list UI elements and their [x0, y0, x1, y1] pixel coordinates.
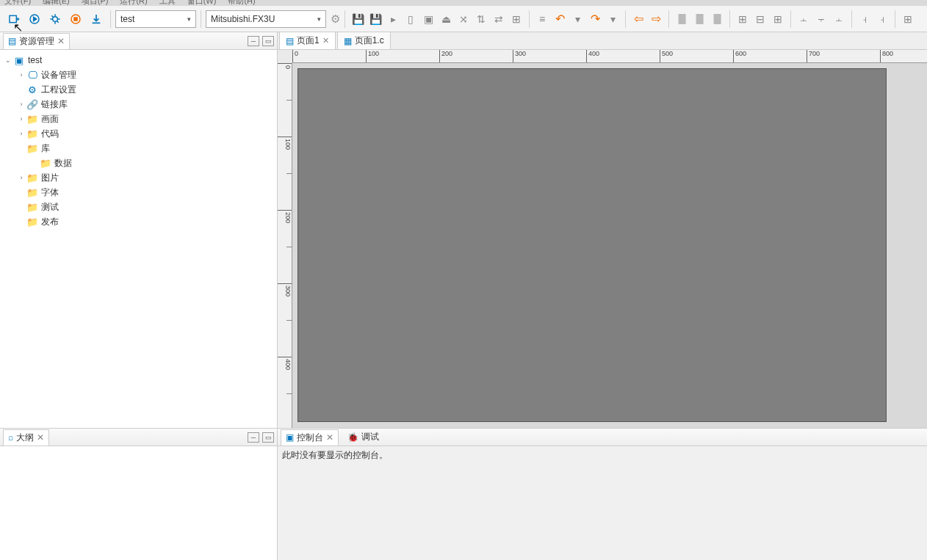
close-icon[interactable]: ✕	[57, 36, 65, 46]
tree-item[interactable]: ›🔗链接库	[0, 97, 277, 112]
halign-b-button[interactable]: ⫞	[874, 11, 890, 27]
layout-a-button[interactable]: 🀫	[674, 11, 690, 27]
redo-drop-button[interactable]: ▾	[605, 11, 621, 27]
debug-tab[interactable]: 🐞 调试	[342, 429, 385, 446]
halign-a-button[interactable]: ⫞	[856, 11, 873, 27]
tool-a-button[interactable]: ⤨	[455, 11, 472, 27]
menu-edit[interactable]: 编辑(E)	[43, 0, 70, 6]
tree-item[interactable]: 📁库	[0, 141, 277, 156]
forward-button[interactable]: ⇨	[648, 11, 664, 27]
pause-button[interactable]: ▯	[403, 11, 419, 27]
menu-run[interactable]: 运行(R)	[120, 0, 147, 6]
gear-b-icon: ⚙	[26, 84, 38, 95]
outline-body	[0, 446, 277, 560]
twisty-icon[interactable]: ›	[16, 115, 26, 123]
tool-d-button[interactable]: ⊞	[508, 11, 524, 27]
layout-b-button[interactable]: 🀫	[691, 11, 707, 27]
dist-b-button[interactable]: ⊟	[752, 11, 768, 27]
folder-o-icon: 📁	[26, 142, 38, 154]
ruler-mark: 0	[292, 50, 298, 62]
folder-o-icon: 📁	[26, 128, 38, 139]
minimize-icon[interactable]: ─	[248, 36, 259, 46]
tree-item-label: 链接库	[41, 98, 68, 111]
run-button[interactable]	[25, 10, 44, 29]
twisty-icon[interactable]: ›	[16, 71, 26, 79]
new-button[interactable]	[4, 10, 24, 29]
ruler-mark: 100	[366, 50, 379, 62]
gear-icon[interactable]: ⚙	[331, 12, 340, 26]
resource-tab[interactable]: ▤ 资源管理 ✕	[3, 33, 70, 49]
back-button[interactable]: ⇦	[630, 11, 646, 27]
outline-pane-header: ꤀ 大纲 ✕ ─ ▭	[0, 429, 277, 446]
tool-c-button[interactable]: ⇄	[491, 11, 507, 27]
design-surface[interactable]	[292, 63, 927, 428]
stop-button[interactable]	[66, 10, 85, 29]
menu-window[interactable]: 窗口(W)	[187, 0, 217, 6]
tab-page1[interactable]: ▤ 页面1 ✕	[279, 32, 336, 49]
tree-item[interactable]: ›🖵设备管理	[0, 68, 277, 82]
redo-button[interactable]: ↷	[587, 11, 603, 27]
svg-rect-0	[10, 15, 16, 22]
maximize-icon[interactable]: ▭	[262, 36, 274, 46]
svg-rect-13	[74, 18, 77, 21]
outline-tab-label: 大纲	[16, 432, 34, 444]
tree-item[interactable]: ›📁画面	[0, 112, 277, 126]
close-icon[interactable]: ✕	[322, 36, 329, 46]
perspective-button[interactable]: ⊞	[900, 11, 916, 27]
twisty-icon[interactable]: ›	[16, 101, 26, 108]
maximize-icon[interactable]: ▭	[262, 432, 274, 443]
tree-item[interactable]: 📁数据	[0, 156, 277, 170]
undo-button[interactable]: ↶	[552, 11, 568, 27]
twisty-icon[interactable]: ›	[16, 174, 26, 181]
valign-b-button[interactable]: ⫟	[813, 11, 829, 27]
stop2-button[interactable]: ▣	[420, 11, 436, 27]
tree-item[interactable]: 📁测试	[0, 200, 277, 214]
menu-tools[interactable]: 工具	[159, 0, 176, 6]
console-tab[interactable]: ▣ 控制台 ✕	[281, 429, 339, 446]
debug-button[interactable]	[46, 10, 65, 29]
align-button[interactable]: ≡	[534, 11, 550, 27]
tree-item[interactable]: ⚙工程设置	[0, 82, 277, 97]
disconnect-button[interactable]: ⏏	[438, 11, 454, 27]
valign-a-button[interactable]: ⫠	[796, 11, 812, 27]
cfile-icon: ▦	[344, 36, 352, 46]
layout-c-button[interactable]: 🀫	[709, 11, 725, 27]
tree-item-label: 字体	[41, 186, 59, 199]
step-button[interactable]: ▸	[385, 11, 401, 27]
download-button[interactable]	[87, 10, 106, 29]
tree-item[interactable]: 📁发布	[0, 214, 277, 229]
horizontal-ruler: 0100200300400500600700800	[292, 50, 927, 63]
project-combo[interactable]: test▾	[115, 10, 196, 28]
tree-item[interactable]: ›📁图片	[0, 170, 277, 185]
menu-help[interactable]: 帮助(H)	[228, 0, 255, 6]
svg-line-10	[51, 15, 53, 17]
dist-c-button[interactable]: ⊞	[770, 11, 786, 27]
dist-a-button[interactable]: ⊞	[735, 11, 751, 27]
undo-drop-button[interactable]: ▾	[569, 11, 585, 27]
tool-b-button[interactable]: ⇅	[473, 11, 489, 27]
twisty-icon[interactable]: ⌄	[3, 57, 13, 64]
page-rect[interactable]	[298, 69, 886, 421]
tree-item-label: 数据	[54, 157, 72, 170]
twisty-icon[interactable]: ›	[16, 130, 26, 137]
menu-project[interactable]: 项目(P)	[82, 0, 109, 6]
outline-tab[interactable]: ꤀ 大纲 ✕	[3, 429, 49, 446]
device-combo[interactable]: Mitsubishi.FX3U▾	[206, 10, 326, 28]
tree-item[interactable]: ›📁代码	[0, 126, 277, 141]
console-empty-text: 此时没有要显示的控制台。	[282, 450, 388, 460]
save-button[interactable]: 💾	[350, 11, 366, 27]
ruler-mark: 500	[660, 50, 673, 62]
tree-root[interactable]: ⌄ ▣ test	[0, 53, 277, 68]
close-icon[interactable]: ✕	[37, 432, 44, 443]
folder-o-icon: 📁	[26, 172, 38, 183]
tree-item[interactable]: 📁字体	[0, 185, 277, 200]
tab-page1-c[interactable]: ▦ 页面1.c	[337, 32, 391, 49]
minimize-icon[interactable]: ─	[248, 432, 259, 443]
save-all-button[interactable]: 💾	[367, 11, 383, 27]
close-icon[interactable]: ✕	[326, 432, 333, 443]
console-body: 此时没有要显示的控制台。	[278, 446, 927, 560]
toolbar-separator	[110, 10, 111, 28]
menu-file[interactable]: 文件(F)	[4, 0, 31, 6]
folder-o-icon: 📁	[26, 201, 38, 213]
valign-c-button[interactable]: ⫠	[831, 11, 847, 27]
